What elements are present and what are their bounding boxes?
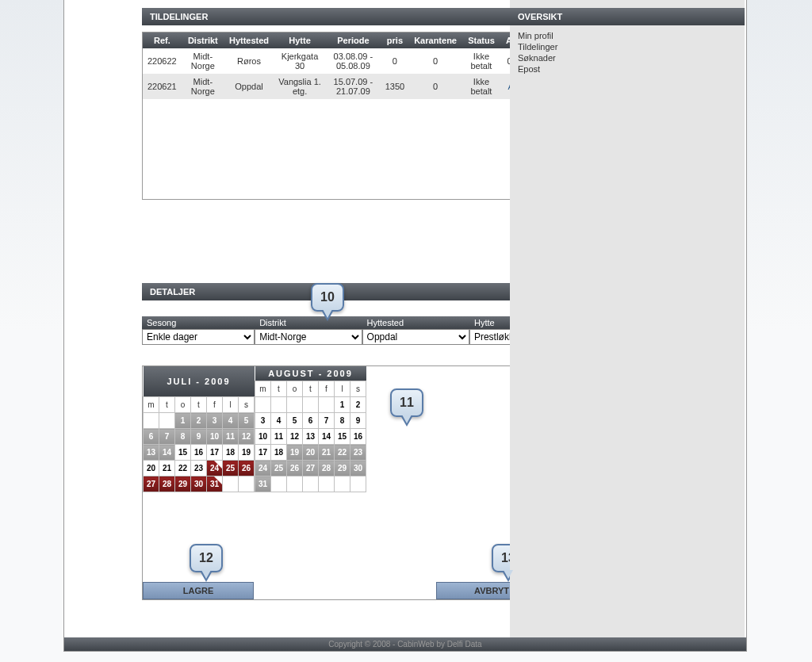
cal-day[interactable]: 1 xyxy=(175,413,191,429)
cal-day[interactable]: 3 xyxy=(255,413,271,429)
distrikt-select[interactable]: Midt-Norge xyxy=(255,329,362,345)
cell: Oppdal xyxy=(224,74,274,99)
cal-day[interactable]: 28 xyxy=(159,476,175,492)
cal-day[interactable]: 2 xyxy=(350,397,366,413)
cal-day[interactable]: 10 xyxy=(255,429,271,445)
cal-day[interactable]: 19 xyxy=(287,445,303,461)
cal-day[interactable]: 26 xyxy=(239,461,255,476)
cal-day[interactable] xyxy=(271,476,287,492)
cal-day[interactable]: 4 xyxy=(223,413,239,429)
cell: Midt-Norge xyxy=(182,74,224,99)
cal-day[interactable]: 27 xyxy=(144,476,159,492)
cal-day[interactable]: 22 xyxy=(175,461,191,476)
cal-day[interactable]: 4 xyxy=(271,413,287,429)
cal-day[interactable] xyxy=(287,397,303,413)
table-row: 220621 Midt-Norge Oppdal Vangslia 1. etg… xyxy=(143,74,547,99)
cal-day[interactable] xyxy=(303,397,319,413)
cal-day[interactable]: 7 xyxy=(319,413,335,429)
cal-day[interactable] xyxy=(144,413,159,429)
sidebar-link-tildelinger[interactable]: Tildelinger xyxy=(518,41,737,52)
cal-day[interactable]: 31 xyxy=(207,476,223,492)
cal-day[interactable]: 11 xyxy=(223,429,239,445)
cal-day[interactable]: 18 xyxy=(271,445,287,461)
cal-day[interactable]: 17 xyxy=(207,445,223,461)
sidebar-link-soknader[interactable]: Søknader xyxy=(518,52,737,63)
cal-day[interactable]: 12 xyxy=(239,429,255,445)
cal-day[interactable] xyxy=(319,476,335,492)
cal-day[interactable]: 15 xyxy=(175,445,191,461)
cal-day[interactable]: 30 xyxy=(191,476,207,492)
cal-day[interactable] xyxy=(303,476,319,492)
cal-day[interactable]: 9 xyxy=(350,413,366,429)
sidebar-link-epost[interactable]: Epost xyxy=(518,63,737,75)
cal-day[interactable]: 5 xyxy=(239,413,255,429)
cal-day[interactable]: 19 xyxy=(239,445,255,461)
cal-day[interactable]: 27 xyxy=(303,461,319,476)
cal-day[interactable]: 14 xyxy=(319,429,335,445)
cell: Ikke betalt xyxy=(462,74,501,99)
cal-day[interactable]: 16 xyxy=(191,445,207,461)
cal-day[interactable]: 21 xyxy=(159,461,175,476)
cal-day[interactable]: 2 xyxy=(191,413,207,429)
cal-day[interactable]: 7 xyxy=(159,429,175,445)
cal-day[interactable] xyxy=(287,476,303,492)
cal-day[interactable]: 24 xyxy=(255,461,271,476)
cal-day[interactable]: 23 xyxy=(350,445,366,461)
dayhead: o xyxy=(287,381,303,397)
cell: Vangslia 1. etg. xyxy=(274,74,326,99)
cal-day[interactable]: 15 xyxy=(335,429,350,445)
cal-day[interactable]: 23 xyxy=(191,461,207,476)
cal-day[interactable]: 22 xyxy=(335,445,350,461)
cal-day[interactable]: 6 xyxy=(303,413,319,429)
cal-day[interactable]: 18 xyxy=(223,445,239,461)
hyttested-label: Hyttested xyxy=(362,316,469,329)
cal-day[interactable]: 3 xyxy=(207,413,223,429)
dayhead: s xyxy=(350,381,366,397)
cal-day[interactable] xyxy=(271,397,287,413)
cal-day[interactable] xyxy=(255,397,271,413)
cal-day[interactable] xyxy=(350,476,366,492)
sidebar-link-profil[interactable]: Min profil xyxy=(518,30,737,41)
cal-day[interactable]: 29 xyxy=(335,461,350,476)
distrikt-label: Distrikt xyxy=(255,316,362,329)
cal-day[interactable] xyxy=(335,476,350,492)
cal-day[interactable] xyxy=(239,476,255,492)
cal-day[interactable]: 14 xyxy=(159,445,175,461)
cal-day[interactable]: 5 xyxy=(287,413,303,429)
cal-day[interactable]: 30 xyxy=(350,461,366,476)
sesong-select[interactable]: Enkle dager xyxy=(142,329,255,345)
cell: 15.07.09 - 21.07.09 xyxy=(326,74,381,99)
cal-day[interactable]: 13 xyxy=(303,429,319,445)
table-header-row: Ref. Distrikt Hyttested Hytte Periode pr… xyxy=(143,33,547,48)
cal-day[interactable]: 1 xyxy=(335,397,350,413)
cal-day[interactable]: 25 xyxy=(223,461,239,476)
cell: Midt-Norge xyxy=(182,48,224,74)
cal-day[interactable]: 13 xyxy=(144,445,159,461)
cal-day[interactable]: 20 xyxy=(144,461,159,476)
dayhead: t xyxy=(191,397,207,413)
cal-day[interactable]: 8 xyxy=(175,429,191,445)
cal-day[interactable]: 8 xyxy=(335,413,350,429)
cal-day[interactable]: 29 xyxy=(175,476,191,492)
cal-day[interactable]: 17 xyxy=(255,445,271,461)
cal-day[interactable]: 31 xyxy=(255,476,271,492)
cal-day[interactable]: 6 xyxy=(144,429,159,445)
cal-day[interactable]: 16 xyxy=(350,429,366,445)
cal-day[interactable]: 24 xyxy=(207,461,223,476)
cal-day[interactable]: 11 xyxy=(271,429,287,445)
cal-day[interactable] xyxy=(159,413,175,429)
lagre-button[interactable]: LAGRE xyxy=(143,582,254,599)
cal-day[interactable]: 9 xyxy=(191,429,207,445)
cal-day[interactable]: 10 xyxy=(207,429,223,445)
cal-day[interactable]: 20 xyxy=(303,445,319,461)
cal-day[interactable]: 25 xyxy=(271,461,287,476)
cal-day[interactable]: 12 xyxy=(287,429,303,445)
cal-day[interactable]: 26 xyxy=(287,461,303,476)
cal-day[interactable] xyxy=(223,476,239,492)
dayhead: f xyxy=(207,397,223,413)
cal-day[interactable] xyxy=(319,397,335,413)
cal-day[interactable]: 28 xyxy=(319,461,335,476)
cal-day[interactable]: 21 xyxy=(319,445,335,461)
hyttested-select[interactable]: Oppdal xyxy=(362,329,469,345)
th-periode: Periode xyxy=(326,33,381,48)
